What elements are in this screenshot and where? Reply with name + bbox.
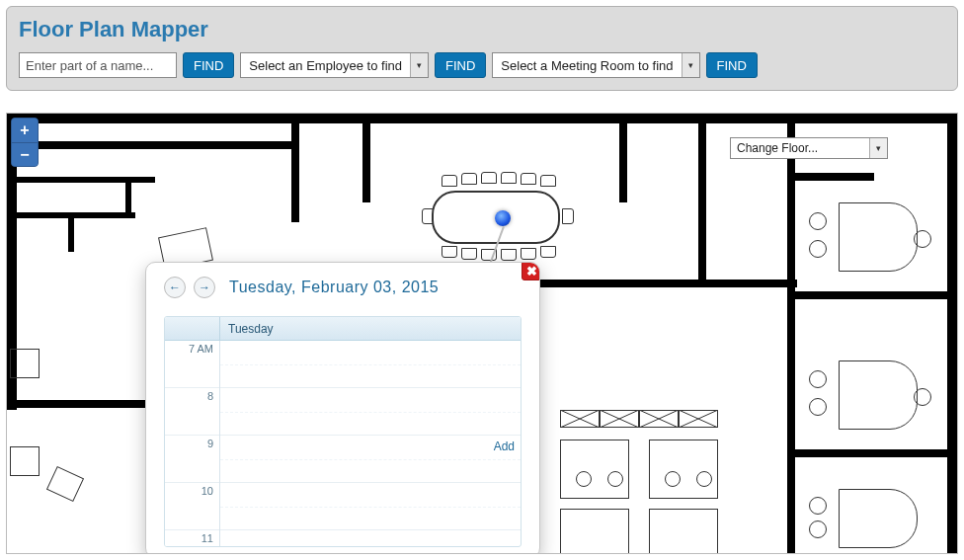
chevron-down-icon[interactable]: ▾ bbox=[410, 53, 428, 77]
top-search-bar: Floor Plan Mapper FIND Select an Employe… bbox=[6, 6, 958, 91]
employee-select[interactable]: Select an Employee to find ▾ bbox=[240, 52, 429, 78]
find-name-button[interactable]: FIND bbox=[183, 52, 234, 78]
chevron-down-icon[interactable]: ▾ bbox=[682, 53, 699, 77]
meeting-room-select[interactable]: Select a Meeting Room to find ▾ bbox=[492, 52, 699, 78]
room-scheduler-popup: ✖ ← → Tuesday, February 03, 2015 Tuesday… bbox=[145, 262, 540, 554]
chevron-down-icon[interactable]: ▾ bbox=[869, 138, 887, 158]
close-icon[interactable]: ✖ bbox=[522, 262, 540, 280]
find-meeting-room-button[interactable]: FIND bbox=[706, 52, 758, 78]
zoom-out-button[interactable]: − bbox=[12, 142, 38, 166]
location-marker[interactable] bbox=[495, 210, 511, 226]
next-day-button[interactable]: → bbox=[194, 277, 215, 298]
zoom-control: + − bbox=[11, 118, 39, 167]
add-event-link[interactable]: Add bbox=[494, 440, 515, 453]
scheduler-date-title: Tuesday, February 03, 2015 bbox=[229, 279, 439, 296]
search-row: FIND Select an Employee to find ▾ FIND S… bbox=[19, 52, 945, 78]
app-title: Floor Plan Mapper bbox=[19, 17, 945, 42]
hour-label: 9 bbox=[207, 438, 213, 449]
time-slot[interactable] bbox=[220, 341, 521, 388]
hour-label: 7 AM bbox=[189, 343, 213, 355]
change-floor-label: Change Floor... bbox=[731, 141, 869, 155]
find-employee-button[interactable]: FIND bbox=[435, 52, 486, 78]
scheduler-grid: Tuesday 7 AM891011 Add bbox=[164, 316, 522, 547]
prev-day-button[interactable]: ← bbox=[164, 277, 186, 298]
zoom-in-button[interactable]: + bbox=[12, 119, 38, 142]
hour-label: 10 bbox=[201, 485, 213, 497]
hour-label: 8 bbox=[207, 390, 213, 402]
change-floor-select[interactable]: Change Floor... ▾ bbox=[730, 137, 888, 159]
time-slot[interactable]: Add bbox=[220, 436, 521, 483]
time-slot[interactable] bbox=[220, 530, 521, 546]
meeting-room-select-label: Select a Meeting Room to find bbox=[493, 53, 681, 77]
employee-select-label: Select an Employee to find bbox=[241, 53, 410, 77]
hour-label: 11 bbox=[201, 532, 213, 544]
scheduler-day-header: Tuesday bbox=[220, 317, 521, 340]
name-search-input[interactable] bbox=[19, 52, 177, 78]
time-slot[interactable] bbox=[220, 483, 521, 530]
time-slot[interactable] bbox=[220, 388, 521, 436]
floor-plan-canvas[interactable]: + − Change Floor... ▾ ✖ ← → Tuesday, Feb… bbox=[6, 113, 958, 554]
scheduler-header: ← → Tuesday, February 03, 2015 bbox=[146, 263, 539, 308]
